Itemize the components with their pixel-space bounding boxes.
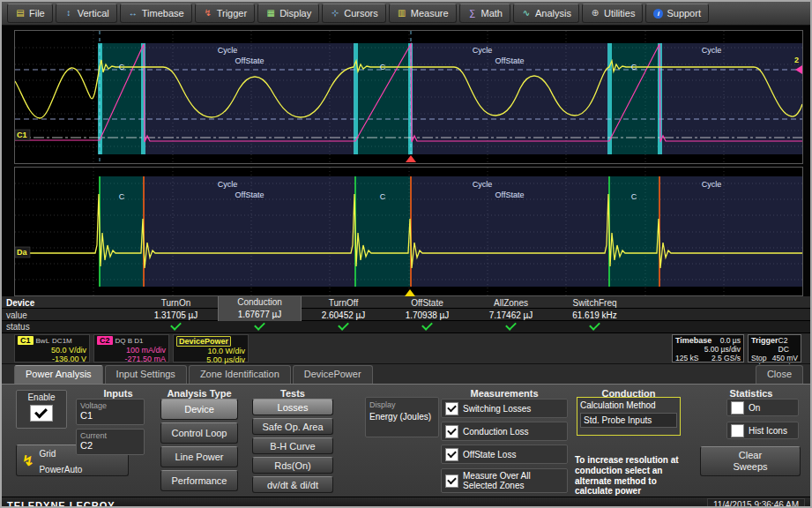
checkbox-offstate-loss[interactable]: OffState Loss xyxy=(441,444,568,464)
timebase-title: Timebase xyxy=(675,336,711,345)
tab-zone-identification[interactable]: Zone Identification xyxy=(189,365,291,384)
menu-measure[interactable]: ▥Measure xyxy=(389,4,457,23)
col-header-allzones[interactable]: AllZones xyxy=(469,298,553,308)
c1-channel-chip: C1 xyxy=(18,336,34,345)
support-icon: i xyxy=(653,9,663,19)
checkbox-icon xyxy=(731,424,744,437)
menu-cursors[interactable]: ⊹Cursors xyxy=(322,4,386,23)
menu-trigger-label: Trigger xyxy=(217,8,247,19)
table-row-label: status xyxy=(2,322,134,332)
value-allzones: 7.17462 µJ xyxy=(469,310,553,320)
test-safe-op-area-button[interactable]: Safe Op. Area xyxy=(252,418,333,435)
menu-support-label: Support xyxy=(667,8,701,19)
trigger-descriptor[interactable]: TriggerC2 DC Stop450 mV EdgeNegative xyxy=(748,334,801,362)
status-ok-icon xyxy=(589,319,600,331)
checkbox-switching-losses[interactable]: Switching Losses xyxy=(441,399,568,418)
calculation-method-value: Std. Probe Inputs xyxy=(580,413,677,428)
checkbox-icon xyxy=(445,448,458,461)
statistics-header: Statistics xyxy=(703,388,800,399)
c2-scale: 100 mA/div xyxy=(97,346,166,355)
status-ok-icon xyxy=(170,319,182,331)
col-header-offstate[interactable]: OffState xyxy=(385,298,469,308)
tests-header: Tests xyxy=(252,388,333,399)
datetime-display: 11/4/2015 9:36:46 AM xyxy=(707,498,805,508)
c2-descriptor[interactable]: C2DQ B D1 100 mA/div -271.50 mA xyxy=(93,334,169,362)
calculation-method-box[interactable]: Calculation Method Std. Probe Inputs xyxy=(577,397,681,436)
menu-file[interactable]: ▤File xyxy=(7,4,53,23)
test-rds-on-button[interactable]: Rds(On) xyxy=(252,457,333,474)
menu-analysis[interactable]: ∿Analysis xyxy=(513,4,579,23)
conduction-loss-label: Conduction Loss xyxy=(463,427,529,437)
menu-support[interactable]: iSupport xyxy=(645,4,709,23)
col-header-switchfreq[interactable]: SwitchFreq xyxy=(553,298,637,308)
close-dialog-button[interactable]: Close xyxy=(756,365,803,384)
vertical-icon: ↕ xyxy=(63,8,74,19)
waveform-grid-top[interactable]: C C C Cycle Cycle Cycle OffState OffStat… xyxy=(14,30,803,164)
checkbox-hist-icons[interactable]: Hist Icons xyxy=(726,422,799,439)
trigger-source: C2 DC xyxy=(778,336,798,354)
checkbox-icon xyxy=(445,402,458,415)
timebase-position: 0.0 µs xyxy=(720,336,741,345)
tab-devicepower[interactable]: DevicePower xyxy=(293,365,373,384)
analysis-zones-bottom xyxy=(100,176,802,287)
table-row-names: Device TurnOn Conduction TurnOff OffStat… xyxy=(2,296,810,309)
statistics-on-label: On xyxy=(749,403,760,413)
timebase-samples: 125 kS xyxy=(675,354,698,362)
col-header-conduction[interactable]: Conduction xyxy=(218,296,302,309)
c1-trace-tag: C1 xyxy=(17,131,27,139)
current-label: Current xyxy=(80,431,140,440)
menu-cursors-label: Cursors xyxy=(344,8,378,19)
test-bh-curve-button[interactable]: B-H Curve xyxy=(252,437,333,454)
display-value: Energy (Joules) xyxy=(369,412,435,422)
trigger-icon: ↯ xyxy=(203,8,213,19)
menu-utilities-label: Utilities xyxy=(604,8,635,19)
col-header-turnoff[interactable]: TurnOff xyxy=(302,298,385,308)
cursors-icon: ⊹ xyxy=(330,8,340,19)
tab-input-settings[interactable]: Input Settings xyxy=(105,365,187,384)
zone-label-cycle: Cycle xyxy=(473,46,493,55)
zone-label-offstate: OffState xyxy=(495,190,525,199)
analysis-type-device-button[interactable]: Device xyxy=(160,399,238,420)
measurements-header: Measurements xyxy=(441,388,568,399)
display-field[interactable]: Display Energy (Joules) xyxy=(365,397,439,437)
trigger-mode: Stop xyxy=(751,354,767,362)
trigger-time-marker[interactable] xyxy=(405,289,415,296)
current-input-field[interactable]: Current C2 xyxy=(76,429,145,455)
value-turnon: 1.31705 µJ xyxy=(134,310,218,320)
enable-panel[interactable]: Enable xyxy=(16,390,67,429)
display-icon: ▦ xyxy=(265,8,276,19)
menu-math[interactable]: ∑Math xyxy=(459,4,510,23)
oscilloscope-screen: ▤File ↕Vertical ↔Timebase ↯Trigger ▦Disp… xyxy=(0,0,812,508)
device-power-descriptor[interactable]: DevicePower 10.0 W/div 5.00 µs/div xyxy=(173,334,249,362)
menu-timebase[interactable]: ↔Timebase xyxy=(120,4,192,23)
timebase-rate: 2.5 GS/s xyxy=(711,354,741,362)
enable-label: Enable xyxy=(17,392,66,402)
zone-label-offstate: OffState xyxy=(495,56,525,65)
c1-scale: 50.0 V/div xyxy=(18,346,86,355)
menu-display[interactable]: ▦Display xyxy=(257,4,319,23)
trigger-time-marker-top[interactable] xyxy=(406,155,416,162)
analysis-type-line-power-button[interactable]: Line Power xyxy=(160,446,238,467)
analysis-type-control-loop-button[interactable]: Control Loop xyxy=(160,422,238,444)
checkbox-conduction-loss[interactable]: Conduction Loss xyxy=(441,422,568,441)
analysis-icon: ∿ xyxy=(521,8,532,19)
tab-power-analysis[interactable]: Power Analysis xyxy=(14,365,103,384)
checkbox-measure-all-zones[interactable]: Measure Over All Selected Zones xyxy=(441,468,568,493)
checkbox-statistics-on[interactable]: On xyxy=(726,399,799,416)
test-dvdt-didt-button[interactable]: dv/dt & di/dt xyxy=(252,476,333,493)
menu-utilities[interactable]: ⊕Utilities xyxy=(582,4,643,23)
voltage-input-field[interactable]: Voltage C1 xyxy=(76,399,145,425)
c1-descriptor[interactable]: C1BwLDC1M 50.0 V/div -136.00 V xyxy=(14,334,90,362)
timebase-descriptor[interactable]: Timebase0.0 µs 5.00 µs/div 125 kS2.5 GS/… xyxy=(672,334,744,362)
enable-checkbox[interactable] xyxy=(30,405,53,422)
waveform-grid-bottom[interactable]: C C C Cycle Cycle Cycle OffState OffStat… xyxy=(14,167,803,296)
clear-sweeps-button[interactable]: Clear Sweeps xyxy=(700,446,801,476)
value-switchfreq: 61.619 kHz xyxy=(553,310,637,320)
menu-vertical[interactable]: ↕Vertical xyxy=(56,4,117,23)
col-header-turnon[interactable]: TurnOn xyxy=(134,298,218,308)
analysis-type-performance-button[interactable]: Performance xyxy=(160,470,238,491)
c2-marker-number: 2 xyxy=(794,56,799,64)
menu-trigger[interactable]: ↯Trigger xyxy=(195,4,255,23)
timebase-scale: 5.00 µs/div xyxy=(704,345,741,354)
test-losses-button[interactable]: Losses xyxy=(252,399,333,415)
